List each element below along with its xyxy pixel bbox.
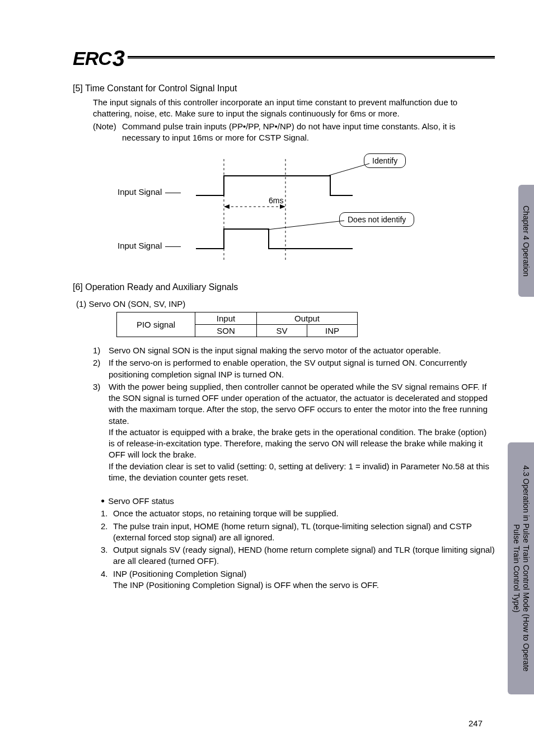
- list-body-line: With the power being supplied, then cont…: [109, 381, 495, 427]
- list-body-line: The INP (Positioning Completion Signal) …: [113, 580, 495, 591]
- timing-diagram: Input Signal Input Signal 6ms Identify D…: [118, 153, 431, 265]
- list-number: 1): [93, 345, 109, 356]
- list-number: 1.: [101, 508, 113, 519]
- section-5-heading: [5] Time Constant for Control Signal Inp…: [73, 83, 495, 94]
- list-number: 3): [93, 381, 109, 483]
- side-tab-chapter: Chapter 4 Operation: [518, 185, 534, 297]
- svg-line-5: [327, 164, 369, 176]
- list-body: Output signals SV (ready signal), HEND (…: [113, 544, 495, 567]
- diagram-svg: [185, 153, 420, 265]
- list-item: 1) Servo ON signal SON is the input sign…: [93, 345, 495, 356]
- list-body: Once the actuator stops, no retaining to…: [113, 508, 495, 519]
- logo-numeral: 3: [113, 46, 124, 71]
- servo-off-block: Servo OFF status 1. Once the actuator st…: [101, 496, 495, 591]
- input-signal-label-bottom: Input Signal: [118, 241, 181, 250]
- list-body: Servo ON signal SON is the input signal …: [109, 345, 495, 356]
- list-body: With the power being supplied, then cont…: [109, 381, 495, 483]
- cell-son: SON: [195, 325, 257, 337]
- list-number: 3.: [101, 544, 113, 567]
- list-body: The pulse train input, HOME (home return…: [113, 521, 495, 544]
- cell-inp: INP: [307, 325, 358, 337]
- page: ERC3 [5] Time Constant for Control Signa…: [0, 0, 534, 756]
- list-body-line: If the deviation clear is set to valid (…: [109, 461, 495, 484]
- page-number: 247: [469, 718, 483, 728]
- input-signal-label-top: Input Signal: [118, 187, 181, 197]
- servo-off-list: 1. Once the actuator stops, no retaining…: [101, 508, 495, 591]
- list-item: 4. INP (Positioning Completion Signal) T…: [101, 568, 495, 591]
- header: ERC3: [73, 45, 495, 70]
- section-5-note: (Note) Command pulse train inputs (PP•/P…: [93, 121, 495, 144]
- list-body: INP (Positioning Completion Signal) The …: [113, 568, 495, 591]
- cell-pio-signal: PIO signal: [117, 312, 195, 337]
- svg-marker-4: [280, 204, 285, 209]
- table-row: PIO signal Input Output: [117, 312, 358, 325]
- note-label: (Note): [93, 121, 122, 144]
- cell-sv: SV: [257, 325, 307, 337]
- list-item: 2. The pulse train input, HOME (home ret…: [101, 521, 495, 544]
- list-body: If the servo-on is performed to enable o…: [109, 357, 495, 380]
- section-6-sub1: (1) Servo ON (SON, SV, INP): [76, 299, 495, 309]
- cell-output: Output: [257, 312, 358, 325]
- list-item: 1. Once the actuator stops, no retaining…: [101, 508, 495, 519]
- section-6-heading: [6] Operation Ready and Auxiliary Signal…: [73, 282, 495, 292]
- logo-text: ERC: [73, 48, 111, 69]
- list-number: 2.: [101, 521, 113, 544]
- servo-on-list: 1) Servo ON signal SON is the input sign…: [93, 345, 495, 483]
- list-item: 3) With the power being supplied, then c…: [93, 381, 495, 483]
- list-number: 4.: [101, 568, 113, 591]
- note-body: Command pulse train inputs (PP•/PP, NP•/…: [122, 121, 495, 144]
- svg-marker-3: [224, 204, 229, 209]
- logo: ERC3: [73, 45, 124, 70]
- list-body-line: INP (Positioning Completion Signal): [113, 568, 495, 580]
- svg-line-6: [268, 221, 344, 230]
- servo-off-heading: Servo OFF status: [101, 496, 495, 507]
- list-number: 2): [93, 357, 109, 380]
- section-5-paragraph: The input signals of this controller inc…: [93, 97, 495, 120]
- pio-signal-table: PIO signal Input Output SON SV INP: [116, 312, 358, 337]
- list-item: 3. Output signals SV (ready signal), HEN…: [101, 544, 495, 567]
- list-item: 2) If the servo-on is performed to enabl…: [93, 357, 495, 380]
- header-rule: [128, 56, 495, 59]
- list-body-line: If the actuator is equipped with a brake…: [109, 427, 495, 461]
- side-tab-section: 4.3 Operation in Pulse Train Control Mod…: [508, 442, 534, 694]
- cell-input: Input: [195, 312, 257, 325]
